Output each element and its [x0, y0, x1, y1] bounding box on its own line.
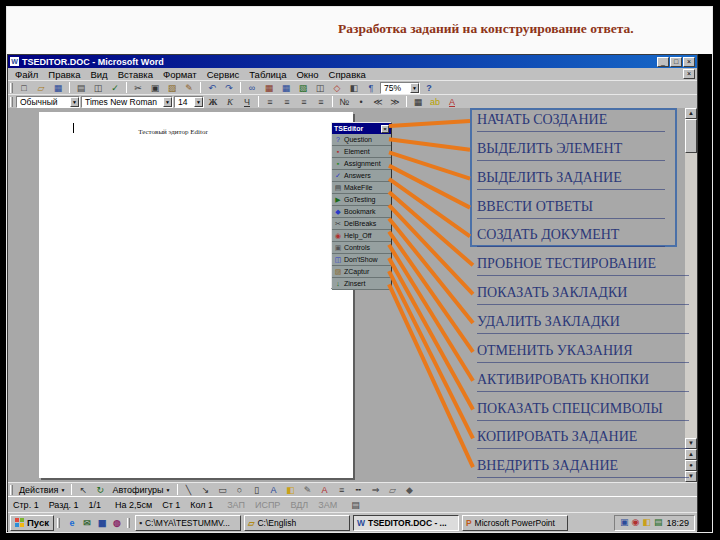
- decrease-indent-icon[interactable]: ≪: [370, 95, 386, 108]
- zcaptur-button[interactable]: ▨ZCaptur: [332, 266, 391, 278]
- free-rotate-icon[interactable]: ↻: [92, 483, 108, 496]
- align-right-icon[interactable]: ≡: [296, 95, 312, 108]
- font-color-icon[interactable]: А: [444, 95, 460, 108]
- menu-item[interactable]: Сервис: [202, 69, 245, 80]
- font-color-2-icon[interactable]: А: [317, 483, 333, 496]
- paste-icon[interactable]: ▨: [164, 81, 180, 94]
- borders-icon[interactable]: ▦: [410, 95, 426, 108]
- arrow-icon[interactable]: ↘: [198, 483, 214, 496]
- tray-icon-4[interactable]: ▤: [654, 518, 663, 527]
- task-powerpoint[interactable]: PMicrosoft PowerPoint: [462, 515, 568, 531]
- element-button[interactable]: ▪Element: [332, 146, 391, 158]
- font-size-combobox[interactable]: 14 ▼: [174, 96, 204, 108]
- controls-button[interactable]: ▣Controls: [332, 242, 391, 254]
- line-color-icon[interactable]: ✎: [300, 483, 316, 496]
- menu-item[interactable]: Таблица: [244, 69, 291, 80]
- menu-item[interactable]: Формат: [158, 69, 202, 80]
- actions-menu-button[interactable]: Действия ▼: [16, 484, 68, 496]
- dontshow-button[interactable]: ◫Don'tShow: [332, 254, 391, 266]
- status-toggle[interactable]: ВДЛ: [290, 500, 308, 510]
- maximize-button[interactable]: □: [670, 57, 682, 67]
- toolbar-grip[interactable]: [10, 485, 13, 495]
- columns-icon[interactable]: ◫: [312, 81, 328, 94]
- scroll-up-button[interactable]: ▲: [685, 108, 697, 119]
- delbreaks-button[interactable]: ✂DelBreaks: [332, 218, 391, 230]
- toolbar-grip[interactable]: [10, 97, 13, 107]
- menu-item[interactable]: Вид: [85, 69, 112, 80]
- scroll-down-button[interactable]: ▼: [685, 438, 697, 449]
- underline-button[interactable]: Ч: [239, 95, 255, 108]
- dropdown-caret-icon[interactable]: ▼: [163, 97, 172, 107]
- outlook-icon[interactable]: ✉: [80, 516, 94, 530]
- undo-icon[interactable]: ↶: [204, 81, 220, 94]
- document-page[interactable]: Тестовый эдитор Editor: [39, 112, 353, 478]
- align-center-icon[interactable]: ≡: [279, 95, 295, 108]
- text-box-icon[interactable]: ▯: [249, 483, 265, 496]
- show-hide-icon[interactable]: ¶: [363, 81, 379, 94]
- bullet-list-icon[interactable]: •: [353, 95, 369, 108]
- new-document-icon[interactable]: □: [16, 81, 32, 94]
- menu-item[interactable]: Вставка: [113, 69, 158, 80]
- help-button[interactable]: ?: [421, 81, 437, 94]
- select-browse-button[interactable]: ●: [685, 460, 697, 471]
- question-button[interactable]: ?Question: [332, 134, 391, 146]
- vertical-scrollbar[interactable]: ▲ ▼ ▲ ● ▼: [685, 108, 697, 482]
- increase-indent-icon[interactable]: ≫: [387, 95, 403, 108]
- scroll-thumb[interactable]: [685, 119, 697, 153]
- page-up-button[interactable]: ▲: [685, 449, 697, 460]
- print-preview-icon[interactable]: ◫: [90, 81, 106, 94]
- insert-table-icon[interactable]: ▦: [278, 81, 294, 94]
- status-toggle[interactable]: ЗАП: [227, 500, 245, 510]
- cut-icon[interactable]: ✂: [130, 81, 146, 94]
- menu-item[interactable]: Окно: [291, 69, 323, 80]
- close-button[interactable]: ×: [683, 57, 695, 67]
- menu-item[interactable]: Правка: [43, 69, 85, 80]
- gotesting-button[interactable]: ▶GoTesting: [332, 194, 391, 206]
- font-combobox[interactable]: Times New Roman ▼: [81, 96, 173, 108]
- redo-icon[interactable]: ↷: [221, 81, 237, 94]
- zoom-combobox[interactable]: 75% ▼: [380, 82, 420, 94]
- drawing-icon[interactable]: ◇: [329, 81, 345, 94]
- task-explorer[interactable]: ▱C:\English: [244, 515, 350, 531]
- document-close-button[interactable]: ×: [683, 69, 695, 79]
- dash-style-icon[interactable]: ╍: [351, 483, 367, 496]
- insert-excel-icon[interactable]: ▧: [295, 81, 311, 94]
- tray-icon-2[interactable]: ◉: [632, 518, 640, 527]
- tray-icon-1[interactable]: ▣: [620, 518, 629, 527]
- arrow-style-icon[interactable]: ⇒: [368, 483, 384, 496]
- menu-item[interactable]: Файл: [10, 69, 43, 80]
- task-ms-dos[interactable]: ▪C:\MYA\TESTUMMV...: [135, 515, 241, 531]
- dropdown-caret-icon[interactable]: ▼: [194, 97, 203, 107]
- format-painter-icon[interactable]: ✎: [181, 81, 197, 94]
- show-desktop-icon[interactable]: ▦: [95, 516, 109, 530]
- save-icon[interactable]: ▦: [50, 81, 66, 94]
- zinsert-button[interactable]: ↓Zinsert: [332, 278, 391, 290]
- task-word[interactable]: WTSEDITOR.DOC - ...: [353, 515, 459, 531]
- tray-icon-3[interactable]: ◧: [642, 518, 651, 527]
- copy-icon[interactable]: ▣: [147, 81, 163, 94]
- numbered-list-icon[interactable]: №: [336, 95, 352, 108]
- autoshapes-menu-button[interactable]: Автофигуры ▼: [109, 484, 173, 496]
- rectangle-icon[interactable]: ▭: [215, 483, 231, 496]
- fill-color-icon[interactable]: ◧: [283, 483, 299, 496]
- answers-button[interactable]: ✓Answers: [332, 170, 391, 182]
- tseditor-titlebar[interactable]: TSEditor ×: [332, 123, 391, 134]
- document-map-icon[interactable]: ◧: [346, 81, 362, 94]
- line-icon[interactable]: ╲: [181, 483, 197, 496]
- start-button[interactable]: Пуск: [10, 515, 54, 531]
- shadow-icon[interactable]: ▱: [385, 483, 401, 496]
- status-toggle[interactable]: ИСПР: [255, 500, 280, 510]
- tseditor-close-button[interactable]: ×: [381, 125, 389, 133]
- toolbar-grip[interactable]: [10, 83, 13, 93]
- insert-hyperlink-icon[interactable]: ∞: [244, 81, 260, 94]
- bookmark-button[interactable]: ◆Bookmark: [332, 206, 391, 218]
- align-left-icon[interactable]: ≡: [262, 95, 278, 108]
- print-icon[interactable]: ▤: [73, 81, 89, 94]
- line-style-icon[interactable]: ≡: [334, 483, 350, 496]
- dropdown-caret-icon[interactable]: ▼: [410, 83, 419, 93]
- page-down-button[interactable]: ▼: [685, 471, 697, 482]
- justify-icon[interactable]: ≡: [313, 95, 329, 108]
- select-objects-icon[interactable]: ↖: [75, 483, 91, 496]
- oval-icon[interactable]: ○: [232, 483, 248, 496]
- helpoff-button[interactable]: ◉Help_Off: [332, 230, 391, 242]
